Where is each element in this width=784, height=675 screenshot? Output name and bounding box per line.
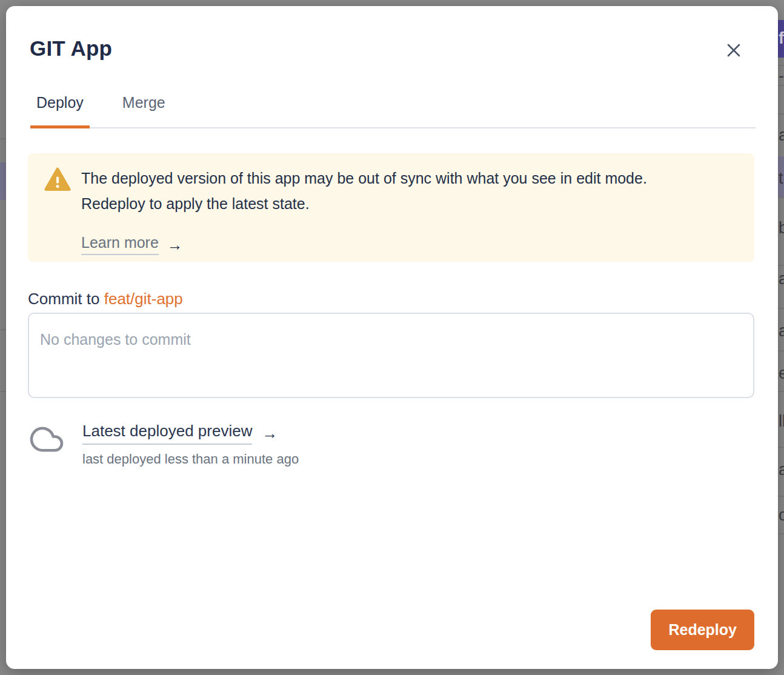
- branch-name: feat/git-app: [104, 290, 183, 308]
- background-page-left-edge: [0, 0, 6, 675]
- background-row-divider: [778, 533, 784, 534]
- cloud-icon: [29, 424, 64, 467]
- commit-to-label: Commit to feat/git-app: [28, 290, 183, 308]
- background-row-divider: [778, 496, 784, 497]
- tab-deploy-label: Deploy: [36, 94, 84, 111]
- background-page-right-edge: f - a t b aa a e ll ai o: [778, 0, 784, 675]
- background-purple-button: f: [778, 20, 784, 58]
- background-row-divider: [778, 350, 784, 351]
- warning-message: The deployed version of this app may be …: [81, 165, 736, 255]
- background-text-fragment: e: [779, 365, 784, 382]
- background-text-fragment: o: [779, 507, 784, 524]
- background-text-fragment: a: [779, 323, 784, 339]
- background-row-divider: [778, 265, 784, 266]
- commit-to-prefix: Commit to: [28, 290, 99, 308]
- tab-merge[interactable]: Merge: [116, 90, 171, 127]
- background-row-divider: [0, 329, 6, 330]
- background-text-fragment: -: [779, 68, 784, 84]
- close-button[interactable]: [725, 41, 743, 59]
- background-row-divider: [778, 65, 784, 66]
- background-row-divider: [0, 138, 6, 139]
- background-selected-row: [0, 162, 6, 200]
- tab-merge-label: Merge: [122, 94, 165, 111]
- tab-deploy[interactable]: Deploy: [30, 90, 90, 127]
- git-app-modal: GIT App Deploy Merge The deployed versio…: [6, 6, 778, 669]
- out-of-sync-warning-banner: The deployed version of this app may be …: [28, 153, 754, 262]
- background-row-divider: [778, 391, 784, 392]
- deployed-preview-section: Latest deployed preview → last deployed …: [29, 422, 299, 467]
- tab-bar: Deploy Merge: [30, 90, 756, 128]
- close-icon: [725, 42, 742, 59]
- background-row-divider: [778, 85, 784, 86]
- background-row-divider: [0, 391, 6, 392]
- warning-triangle-icon: [44, 167, 71, 192]
- background-text-fragment: b: [779, 220, 784, 236]
- warning-message-line2: Redeploy to apply the latest state.: [81, 191, 736, 216]
- background-row-divider: [778, 308, 784, 309]
- background-text-fragment: ai: [779, 462, 784, 478]
- modal-title: GIT App: [30, 36, 112, 61]
- background-text-fragment: aa: [779, 271, 784, 287]
- background-text-fragment: t: [779, 170, 783, 187]
- warning-message-line1: The deployed version of this app may be …: [81, 165, 736, 191]
- last-deployed-status: last deployed less than a minute ago: [82, 451, 299, 467]
- commit-message-input[interactable]: [28, 313, 754, 398]
- arrow-right-icon: →: [167, 237, 183, 253]
- background-text-fragment: ll: [779, 413, 784, 430]
- redeploy-button[interactable]: Redeploy: [651, 610, 754, 650]
- background-text-fragment: a: [779, 127, 784, 144]
- deployed-preview-texts: Latest deployed preview → last deployed …: [82, 422, 299, 467]
- latest-deployed-preview-link[interactable]: Latest deployed preview: [82, 422, 252, 445]
- arrow-right-icon: →: [262, 425, 277, 441]
- background-text-fragment: f: [779, 30, 784, 47]
- background-row-divider: [778, 447, 784, 448]
- learn-more-link[interactable]: Learn more: [81, 234, 159, 255]
- background-row-divider: [778, 113, 784, 115]
- background-row-divider: [778, 197, 784, 198]
